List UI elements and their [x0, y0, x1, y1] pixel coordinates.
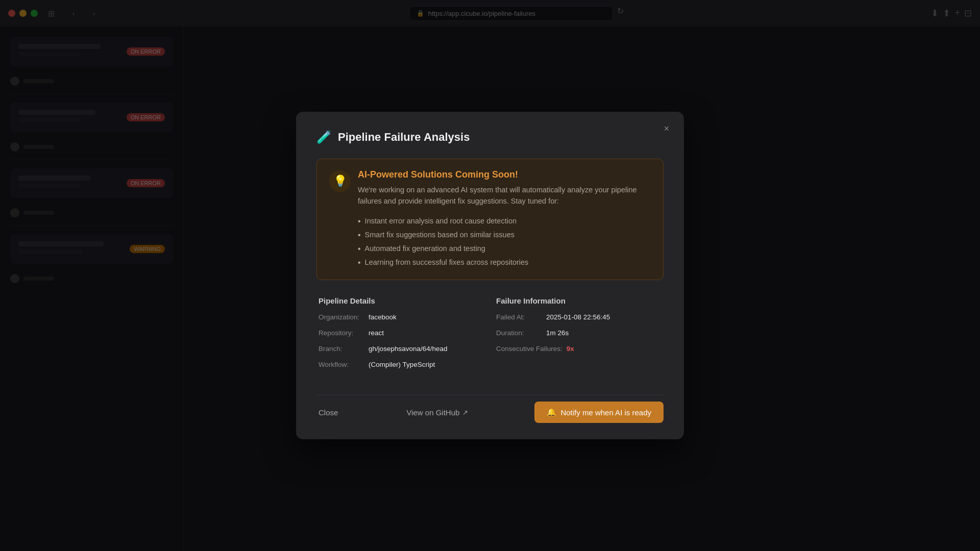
branch-label: Branch:: [318, 345, 364, 353]
ai-feature-3: Automated fix generation and testing: [358, 242, 651, 256]
lightbulb-icon: 💡: [329, 170, 351, 192]
pipeline-details-title: Pipeline Details: [318, 296, 484, 305]
duration-value: 1m 26s: [546, 329, 569, 337]
external-link-icon: ↗: [462, 409, 468, 416]
ai-banner-title: AI-Powered Solutions Coming Soon!: [358, 169, 651, 180]
consecutive-failures-label: Consecutive Failures:: [496, 345, 562, 353]
modal-overlay: × 🧪 Pipeline Failure Analysis 💡 AI-Power…: [0, 0, 980, 551]
pipeline-failure-modal: × 🧪 Pipeline Failure Analysis 💡 AI-Power…: [296, 112, 684, 440]
failed-at-row: Failed At: 2025-01-08 22:56:45: [496, 313, 662, 321]
ai-banner-content: AI-Powered Solutions Coming Soon! We're …: [358, 169, 651, 207]
view-on-github-button[interactable]: View on GitHub ↗: [404, 404, 470, 421]
ai-features-list: Instant error analysis and root cause de…: [329, 214, 651, 270]
failure-info-group: Failure Information Failed At: 2025-01-0…: [496, 296, 662, 377]
ai-feature-1: Instant error analysis and root cause de…: [358, 214, 651, 228]
view-github-label: View on GitHub: [406, 408, 459, 417]
organization-label: Organization:: [318, 313, 364, 321]
notify-ai-ready-button[interactable]: 🔔 Notify me when AI is ready: [534, 402, 664, 423]
branch-value: gh/josephsavona/64/head: [369, 345, 448, 353]
workflow-label: Workflow:: [318, 361, 364, 368]
failure-info-title: Failure Information: [496, 296, 662, 305]
organization-value: facebook: [369, 313, 397, 321]
pipeline-details-group: Pipeline Details Organization: facebook …: [318, 296, 484, 377]
ai-feature-2: Smart fix suggestions based on similar i…: [358, 228, 651, 242]
close-button[interactable]: Close: [316, 404, 340, 421]
details-section: Pipeline Details Organization: facebook …: [316, 296, 664, 377]
workflow-row: Workflow: (Compiler) TypeScript: [318, 361, 484, 368]
ai-coming-soon-banner: 💡 AI-Powered Solutions Coming Soon! We'r…: [316, 159, 664, 281]
repository-label: Repository:: [318, 329, 364, 337]
duration-row: Duration: 1m 26s: [496, 329, 662, 337]
modal-header: 🧪 Pipeline Failure Analysis: [316, 130, 664, 144]
modal-title: Pipeline Failure Analysis: [338, 131, 470, 144]
ai-banner-header: 💡 AI-Powered Solutions Coming Soon! We'r…: [329, 169, 651, 207]
failed-at-label: Failed At:: [496, 313, 542, 321]
workflow-value: (Compiler) TypeScript: [369, 361, 435, 368]
notify-button-label: Notify me when AI is ready: [560, 408, 651, 417]
repository-value: react: [369, 329, 384, 337]
repository-row: Repository: react: [318, 329, 484, 337]
organization-row: Organization: facebook: [318, 313, 484, 321]
failed-at-value: 2025-01-08 22:56:45: [546, 313, 610, 321]
branch-row: Branch: gh/josephsavona/64/head: [318, 345, 484, 353]
bell-icon: 🔔: [547, 408, 556, 417]
duration-label: Duration:: [496, 329, 542, 337]
ai-feature-4: Learning from successful fixes across re…: [358, 256, 651, 269]
ai-banner-description: We're working on an advanced AI system t…: [358, 184, 651, 207]
consecutive-failures-value: 9x: [567, 345, 574, 353]
modal-footer: Close View on GitHub ↗ 🔔 Notify me when …: [316, 395, 664, 423]
modal-close-button[interactable]: ×: [659, 122, 674, 136]
consecutive-row: Consecutive Failures: 9x: [496, 345, 662, 353]
flask-icon: 🧪: [316, 130, 332, 144]
